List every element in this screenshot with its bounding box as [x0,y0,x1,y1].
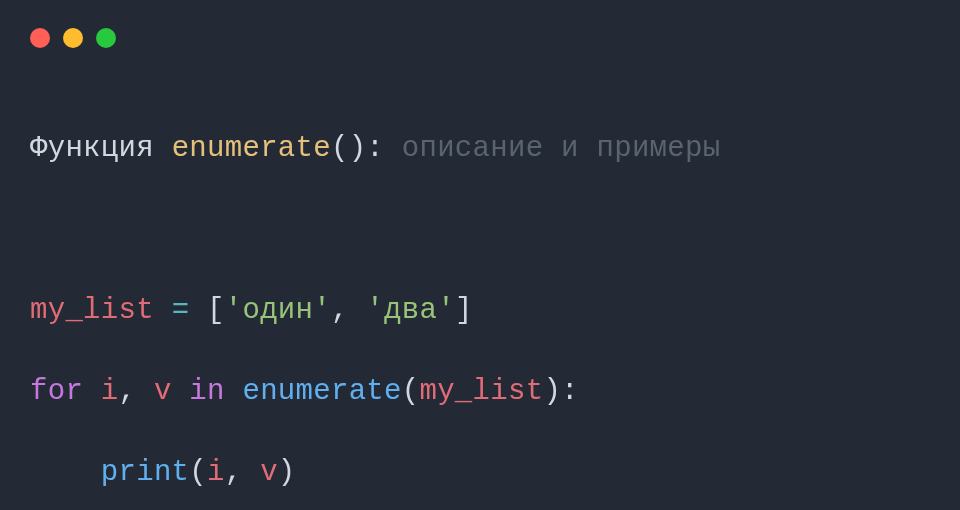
window-controls [0,0,960,48]
keyword: in [189,375,224,408]
code-line: my_list = ['один', 'два'] [30,291,930,332]
punct: ) [349,132,367,165]
comment: описание и примеры [402,132,721,165]
indent [30,456,101,489]
code-text: : [366,132,401,165]
code-line: for i, v in enumerate(my_list): [30,372,930,413]
zoom-icon[interactable] [96,28,116,48]
paren: ( [189,456,207,489]
close-icon[interactable] [30,28,50,48]
keyword: for [30,375,83,408]
string: 'один' [225,294,331,327]
identifier: i [207,456,225,489]
punct [154,294,172,327]
identifier: v [260,456,278,489]
code-block: Функция enumerate(): описание и примеры … [0,48,960,510]
punct: : [561,375,579,408]
paren: ( [402,375,420,408]
punct [225,375,243,408]
punct [189,294,207,327]
identifier: v [154,375,172,408]
code-line: print(i, v) [30,453,930,494]
builtin: enumerate [242,375,401,408]
bracket: ] [455,294,473,327]
identifier: my_list [30,294,154,327]
builtin: print [101,456,190,489]
identifier: i [101,375,119,408]
operator: = [172,294,190,327]
punct: , [225,456,260,489]
bracket: [ [207,294,225,327]
paren: ) [543,375,561,408]
punct [83,375,101,408]
punct: , [119,375,154,408]
minimize-icon[interactable] [63,28,83,48]
blank-line [30,210,930,251]
paren: ) [278,456,296,489]
func-name: enumerate [172,132,331,165]
punct: ( [331,132,349,165]
code-text: Функция [30,132,172,165]
string: 'два' [366,294,455,327]
identifier: my_list [419,375,543,408]
code-line: Функция enumerate(): описание и примеры [30,129,930,170]
punct: , [331,294,366,327]
punct [172,375,190,408]
